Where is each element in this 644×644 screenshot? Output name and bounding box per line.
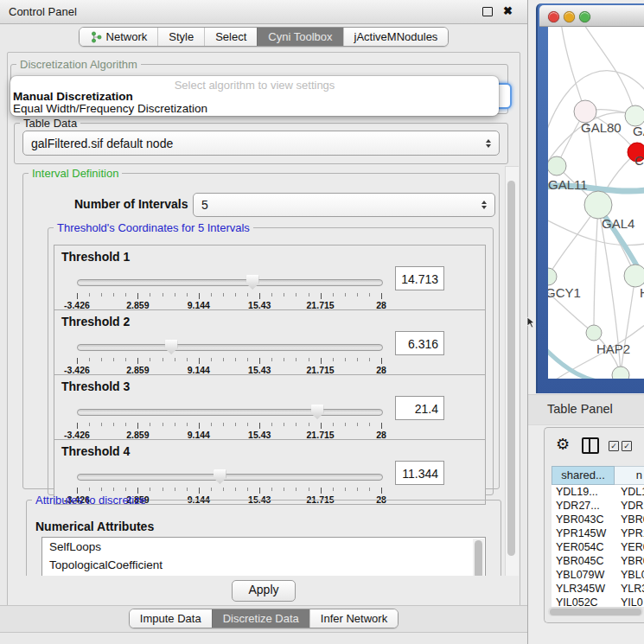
- tab-impute-data[interactable]: Impute Data: [130, 609, 212, 628]
- slider-track[interactable]: [77, 474, 383, 481]
- cell-shared-name[interactable]: YIL052C: [552, 596, 615, 607]
- tab-infer-network[interactable]: Infer Network: [309, 609, 398, 628]
- cell-shared-name[interactable]: YER054C: [552, 540, 615, 554]
- tab-select[interactable]: Select: [204, 28, 257, 46]
- network-canvas[interactable]: GAL80 GA C GAL11 GAL4 GCY1 H HAP2: [548, 27, 644, 379]
- column-header-shared-name[interactable]: shared...: [552, 466, 615, 485]
- numerical-attributes-label: Numerical Attributes: [35, 520, 154, 533]
- float-window-icon[interactable]: [482, 7, 493, 16]
- attribute-item[interactable]: SelfLoops: [42, 538, 485, 556]
- column-header-name[interactable]: n: [615, 466, 644, 485]
- cell-shared-name[interactable]: YBR045C: [552, 554, 615, 568]
- table-row[interactable]: YDR27...YDR2: [552, 499, 644, 513]
- slider-thumb[interactable]: [311, 405, 324, 419]
- attribute-item[interactable]: TopologicalCoefficient: [42, 556, 485, 574]
- node-h[interactable]: [624, 265, 644, 287]
- number-of-intervals-combobox[interactable]: 5: [193, 193, 495, 217]
- slider-tick: [125, 358, 126, 361]
- cell-name[interactable]: YBL0: [615, 568, 644, 582]
- table-row[interactable]: YER054CYER0: [552, 540, 644, 554]
- group-title: Threshold's Coordinates for 5 Intervals: [54, 222, 253, 233]
- slider-tick: [321, 293, 322, 299]
- numerical-attributes-list[interactable]: SelfLoopsTopologicalCoefficientBetweenne…: [41, 537, 486, 576]
- cell-name[interactable]: YLR3: [615, 582, 644, 596]
- tab-style[interactable]: Style: [157, 28, 204, 46]
- table-row[interactable]: YBR045CYBR0: [552, 554, 644, 568]
- algorithm-option[interactable]: Equal Width/Frequency Discretization: [10, 103, 499, 115]
- threshold-slider[interactable]: -3.4262.8599.14415.4321.71528: [77, 340, 381, 374]
- threshold-slider[interactable]: -3.4262.8599.14415.4321.71528: [77, 405, 381, 439]
- threshold-label: Threshold 4: [61, 444, 130, 458]
- node-bottom[interactable]: [612, 367, 629, 379]
- minimize-traffic-light[interactable]: [564, 11, 575, 22]
- cell-shared-name[interactable]: YPR145W: [552, 526, 615, 540]
- attribute-item[interactable]: BetweennessCentrality: [42, 574, 485, 576]
- cell-name[interactable]: YDL1: [615, 485, 644, 499]
- algorithm-option[interactable]: Manual Discretization: [10, 91, 499, 103]
- table-row[interactable]: YLR345WYLR3: [552, 582, 644, 596]
- cell-shared-name[interactable]: YBL079W: [552, 568, 615, 582]
- slider-tick: [175, 358, 175, 361]
- network-view-window: GAL80 GA C GAL11 GAL4 GCY1 H HAP2: [536, 3, 644, 393]
- threshold-value-field[interactable]: 14.713: [395, 266, 444, 290]
- table-row[interactable]: YIL052CYIL0: [552, 596, 644, 607]
- close-icon[interactable]: ✖: [503, 4, 513, 18]
- close-traffic-light[interactable]: [548, 11, 559, 22]
- threshold-value-field[interactable]: 6.316: [395, 331, 444, 355]
- tab-cyni-toolbox[interactable]: Cyni Toolbox: [257, 28, 342, 46]
- cell-shared-name[interactable]: YBR043C: [552, 513, 615, 526]
- checked-box-icon[interactable]: ✓: [609, 441, 619, 451]
- slider-thumb[interactable]: [214, 469, 226, 484]
- table-row[interactable]: YDL19...YDL1: [552, 485, 644, 499]
- node-gal4[interactable]: [584, 191, 612, 219]
- slider-tick: [284, 423, 284, 426]
- scrollbar-thumb[interactable]: [550, 609, 641, 615]
- threshold-value-field[interactable]: 11.344: [395, 461, 444, 485]
- table-row[interactable]: YPR145WYPR1: [552, 526, 644, 540]
- slider-track[interactable]: [77, 409, 383, 416]
- slider-track[interactable]: [77, 279, 383, 286]
- list-scrollbar[interactable]: [473, 539, 484, 576]
- cell-name[interactable]: YER0: [615, 540, 644, 554]
- node-gcy1[interactable]: [548, 268, 557, 285]
- threshold-slider[interactable]: -3.4262.8599.14415.4321.71528: [77, 275, 381, 309]
- scrollbar-thumb[interactable]: [507, 181, 515, 556]
- svg-text:GAL4: GAL4: [602, 216, 634, 231]
- apply-button[interactable]: Apply: [232, 580, 296, 602]
- slider-tick: [271, 488, 272, 491]
- svg-text:GAL80: GAL80: [581, 120, 622, 135]
- tab-jactivemnodules[interactable]: jActiveMNodules: [343, 28, 449, 46]
- node-hap2[interactable]: [586, 325, 602, 341]
- vertical-scrollbar[interactable]: [505, 166, 519, 576]
- table-row[interactable]: YBR043CYBR0: [552, 513, 644, 526]
- tab-network[interactable]: Network: [80, 28, 158, 46]
- cell-shared-name[interactable]: YLR345W: [552, 582, 615, 596]
- threshold-panel: Threshold 3 -3.4262.8599.14415.4321.7152…: [54, 374, 486, 440]
- cell-shared-name[interactable]: YDL19...: [552, 485, 615, 499]
- slider-track[interactable]: [77, 344, 383, 351]
- horizontal-scrollbar[interactable]: [548, 607, 643, 616]
- checked-box-icon[interactable]: ✓: [622, 441, 632, 451]
- slider-thumb[interactable]: [246, 275, 259, 290]
- slider-tick: [321, 423, 322, 429]
- node-gal11[interactable]: [548, 156, 566, 175]
- cell-shared-name[interactable]: YDR27...: [552, 499, 615, 513]
- tab-discretize-data[interactable]: Discretize Data: [212, 609, 309, 628]
- cell-name[interactable]: YBR0: [615, 554, 644, 568]
- gear-icon[interactable]: ⚙: [556, 435, 570, 453]
- cell-name[interactable]: YBR0: [615, 513, 644, 526]
- table-row[interactable]: YBL079WYBL0: [552, 568, 644, 582]
- slider-thumb[interactable]: [165, 340, 178, 354]
- scrollbar-thumb[interactable]: [475, 540, 482, 576]
- slider-tick: [223, 423, 224, 426]
- slider-tick: [271, 423, 272, 426]
- cyni-tabs: Impute DataDiscretize DataInfer Network: [129, 609, 399, 628]
- cell-name[interactable]: YDR2: [615, 499, 644, 513]
- cell-name[interactable]: YIL0: [615, 596, 644, 607]
- table-data-combobox[interactable]: galFiltered.sif default node: [22, 131, 500, 156]
- threshold-value-field[interactable]: 21.4: [395, 396, 444, 420]
- split-columns-icon[interactable]: [582, 437, 599, 454]
- cell-name[interactable]: YPR1: [615, 526, 644, 540]
- zoom-traffic-light[interactable]: [579, 11, 590, 22]
- threshold-label: Threshold 2: [61, 315, 130, 328]
